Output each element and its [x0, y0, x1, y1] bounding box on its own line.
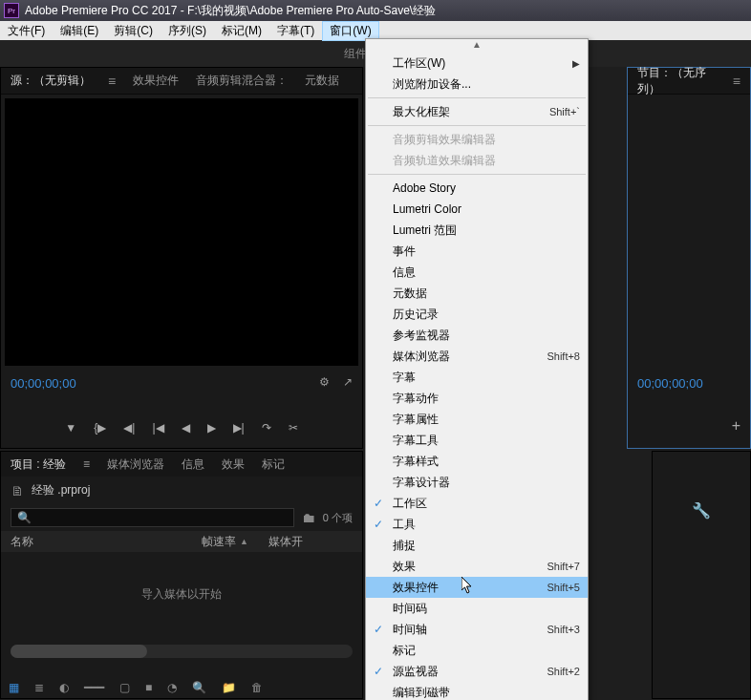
menu-item[interactable]: 媒体浏览器Shift+8: [366, 346, 588, 367]
menu-scroll-up-icon[interactable]: ▲: [366, 39, 588, 53]
menu-file[interactable]: 文件(F): [0, 21, 53, 41]
panel-menu-icon[interactable]: ≡: [108, 74, 116, 89]
menu-item[interactable]: 时间码: [366, 598, 588, 619]
automate-icon[interactable]: ▢: [119, 681, 130, 694]
menu-sequence[interactable]: 序列(S): [161, 21, 214, 41]
menu-item-label: 字幕动作: [393, 391, 439, 407]
project-search-input[interactable]: 🔍: [11, 508, 294, 527]
menu-item[interactable]: 字幕动作: [366, 388, 588, 409]
menu-item[interactable]: 事件: [366, 241, 588, 262]
step-back-icon[interactable]: ◀|: [123, 421, 135, 435]
new-bin-icon[interactable]: 🖿: [302, 510, 315, 525]
menu-item[interactable]: ✓工具: [366, 514, 588, 535]
menu-item[interactable]: ✓源监视器Shift+2: [366, 661, 588, 682]
source-tab-metadata[interactable]: 元数据: [305, 73, 339, 89]
project-tab-project[interactable]: 项目 : 经验: [11, 456, 66, 473]
menu-item[interactable]: 工作区(W)▶: [366, 53, 588, 74]
project-tab-info[interactable]: 信息: [182, 456, 204, 473]
menu-item[interactable]: 字幕设计器: [366, 472, 588, 493]
project-tab-media-browser[interactable]: 媒体浏览器: [107, 456, 164, 473]
menu-item[interactable]: ✓工作区: [366, 493, 588, 514]
menu-item[interactable]: Lumetri 范围: [366, 220, 588, 241]
menu-item-label: 效果: [393, 559, 416, 575]
check-icon: ✓: [374, 497, 383, 510]
menu-item[interactable]: 浏览附加设备...: [366, 74, 588, 95]
new-bin-icon[interactable]: 📁: [222, 681, 236, 694]
zoom-slider[interactable]: ━━━: [84, 681, 104, 694]
col-name[interactable]: 名称: [11, 534, 202, 550]
menu-item-label: 时间码: [393, 601, 427, 617]
menu-item-label: 音频轨道效果编辑器: [393, 153, 496, 169]
insert-icon[interactable]: {▶: [94, 421, 106, 435]
menu-item[interactable]: 历史记录: [366, 304, 588, 325]
export-frame-icon[interactable]: ↗: [343, 375, 353, 389]
project-search-row: 🔍 🖿 0 个项: [1, 504, 362, 531]
marker-dropdown-icon[interactable]: ▼: [65, 421, 76, 435]
menu-edit[interactable]: 编辑(E): [53, 21, 106, 41]
menu-item[interactable]: 字幕: [366, 367, 588, 388]
source-tab-source[interactable]: 源：（无剪辑）: [11, 73, 91, 89]
col-framerate[interactable]: 帧速率▲: [202, 534, 268, 550]
menu-item[interactable]: ✓时间轴Shift+3: [366, 619, 588, 640]
menu-item[interactable]: 元数据: [366, 283, 588, 304]
workspace-tab-component[interactable]: 组件: [344, 46, 367, 62]
freeform-view-icon[interactable]: ◐: [59, 681, 69, 694]
play-icon[interactable]: ▶: [207, 421, 216, 435]
program-monitor-panel: 节目：（无序列） ≡ 00;00;00;00 +: [627, 67, 751, 449]
submenu-arrow-icon: ▶: [572, 58, 580, 69]
menu-item[interactable]: 参考监视器: [366, 325, 588, 346]
play-backward-icon[interactable]: ◀: [182, 421, 190, 435]
menu-item-label: 最大化框架: [393, 104, 450, 120]
search-icon[interactable]: 🔍: [192, 681, 206, 694]
menu-item-label: 浏览附加设备...: [393, 76, 471, 93]
razor-icon[interactable]: ✂: [289, 421, 298, 435]
add-button-icon[interactable]: +: [732, 417, 740, 435]
menu-shortcut: Shift+2: [547, 666, 580, 677]
menu-item[interactable]: 标记: [366, 640, 588, 661]
menu-item[interactable]: 信息: [366, 262, 588, 283]
window-title: Adobe Premiere Pro CC 2017 - F:\我的视频\Ado…: [25, 3, 436, 19]
menu-item[interactable]: 字幕工具: [366, 430, 588, 451]
menu-item[interactable]: Lumetri Color: [366, 199, 588, 220]
new-item-icon[interactable]: ◔: [167, 681, 177, 694]
list-view-icon[interactable]: ▦: [9, 681, 19, 694]
menu-item[interactable]: 编辑到磁带: [366, 682, 588, 700]
menu-clip[interactable]: 剪辑(C): [106, 21, 161, 41]
program-timecode[interactable]: 00;00;00;00: [637, 376, 703, 391]
panel-menu-icon[interactable]: ≡: [83, 457, 90, 471]
program-tab-title[interactable]: 节目：（无序列）: [637, 65, 716, 97]
menu-item[interactable]: 效果控件Shift+5: [366, 577, 588, 598]
loop-icon[interactable]: ↷: [262, 421, 271, 435]
horizontal-scrollbar[interactable]: [11, 645, 353, 658]
settings-icon[interactable]: ⚙: [319, 375, 330, 389]
source-tab-effect-controls[interactable]: 效果控件: [133, 73, 179, 89]
project-file-icon: 🗎: [11, 483, 24, 498]
source-view-controls: ⚙ ↗: [319, 375, 353, 389]
trash-icon[interactable]: 🗑: [251, 681, 263, 694]
menu-item-label: 效果控件: [393, 580, 439, 596]
icon-view-icon[interactable]: ≣: [34, 681, 44, 694]
go-to-in-icon[interactable]: |◀: [152, 421, 163, 435]
menu-item-label: 标记: [393, 643, 416, 659]
menu-item[interactable]: 效果Shift+7: [366, 556, 588, 577]
col-media-start[interactable]: 媒体开: [268, 534, 353, 550]
menu-item[interactable]: 最大化框架Shift+`: [366, 101, 588, 122]
menu-item[interactable]: Adobe Story: [366, 178, 588, 199]
menu-item[interactable]: 字幕属性: [366, 409, 588, 430]
menu-item: 音频轨道效果编辑器: [366, 150, 588, 171]
source-monitor-panel: 源：（无剪辑） ≡ 效果控件 音频剪辑混合器： 元数据 00;00;00;00 …: [0, 67, 363, 449]
scrollbar-thumb[interactable]: [11, 645, 147, 658]
source-timecode[interactable]: 00;00;00;00: [11, 376, 76, 391]
menu-item[interactable]: 捕捉: [366, 535, 588, 556]
panel-menu-icon[interactable]: ≡: [733, 74, 740, 89]
project-tab-effects[interactable]: 效果: [222, 456, 245, 473]
menu-title[interactable]: 字幕(T): [269, 21, 322, 41]
find-icon[interactable]: ■: [145, 681, 152, 694]
step-forward-icon[interactable]: ▶|: [233, 421, 245, 435]
source-tab-audio-mixer[interactable]: 音频剪辑混合器：: [196, 73, 288, 89]
menu-marker[interactable]: 标记(M): [214, 21, 269, 41]
search-icon: 🔍: [17, 511, 32, 524]
project-tab-markers[interactable]: 标记: [262, 456, 285, 473]
menu-item[interactable]: 字幕样式: [366, 451, 588, 472]
wrench-icon[interactable]: 🔧: [692, 501, 711, 520]
